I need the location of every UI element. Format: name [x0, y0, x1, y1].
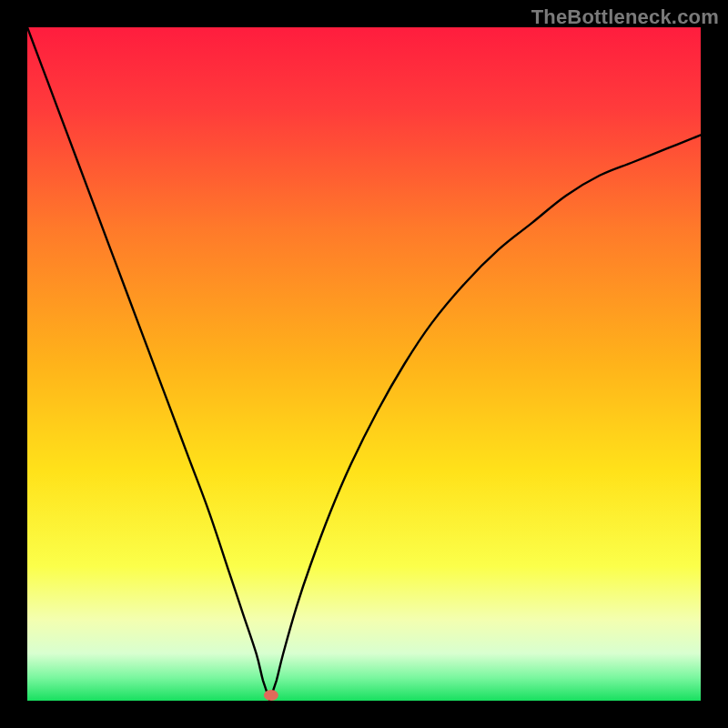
optimal-point-marker [264, 690, 278, 701]
chart-svg [0, 0, 728, 728]
chart-frame: TheBottleneck.com [0, 0, 728, 728]
watermark-text: TheBottleneck.com [531, 5, 719, 29]
plot-background [27, 27, 701, 701]
